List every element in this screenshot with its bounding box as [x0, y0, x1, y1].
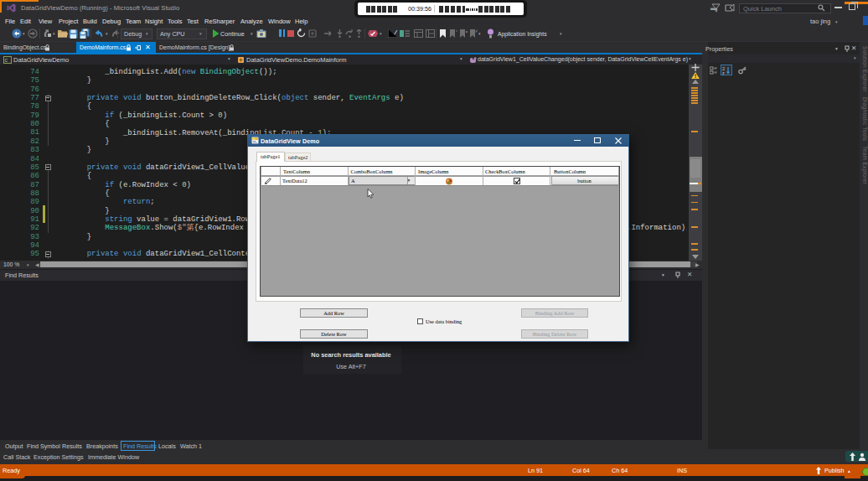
svg-text:c: c [5, 57, 8, 63]
svg-text:z: z [722, 70, 725, 75]
